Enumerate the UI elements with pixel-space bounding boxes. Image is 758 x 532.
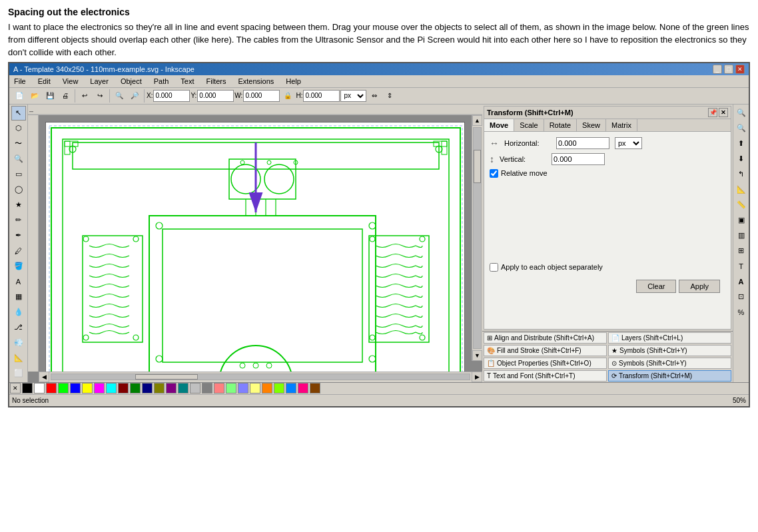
scroll-left-button[interactable]: ◀	[39, 372, 49, 382]
color-swatch-orange[interactable]	[262, 383, 272, 394]
select-tool[interactable]: ↖	[11, 106, 26, 121]
color-swatch-brown[interactable]	[310, 383, 320, 394]
apply-button[interactable]: Apply	[679, 280, 720, 293]
no-color-swatch[interactable]: ✕	[10, 383, 21, 394]
apply-each-checkbox[interactable]	[490, 263, 498, 272]
maximize-button[interactable]: □	[724, 65, 733, 74]
color-swatch-red[interactable]	[46, 383, 57, 394]
scroll-up-button[interactable]: ▲	[472, 115, 482, 126]
lock-icon[interactable]: 🔒	[280, 89, 295, 103]
spray-tool[interactable]: 💨	[11, 336, 26, 350]
zoom-out-button[interactable]: 🔎	[127, 89, 142, 103]
color-swatch-silver[interactable]	[190, 383, 200, 394]
tab-matrix[interactable]: Matrix	[606, 119, 637, 131]
x-coord-input[interactable]	[153, 90, 190, 102]
side-icon-9[interactable]: ▥	[734, 228, 749, 243]
close-button[interactable]: ✕	[735, 65, 745, 74]
side-icon-10[interactable]: ⊞	[734, 244, 749, 258]
layers-panel[interactable]: 📄 Layers (Shift+Ctrl+L)	[608, 332, 731, 344]
color-swatch-navy[interactable]	[142, 383, 153, 394]
color-swatch-green[interactable]	[58, 383, 69, 394]
color-swatch-lightgreen[interactable]	[226, 383, 236, 394]
zoom-in-button[interactable]: 🔍	[112, 89, 127, 103]
fill-stroke-panel[interactable]: 🎨 Fill and Stroke (Shift+Ctrl+F)	[484, 345, 607, 356]
color-swatch-purple[interactable]	[166, 383, 177, 394]
panel-close-button[interactable]: ✕	[719, 108, 728, 117]
calligraphy-tool[interactable]: 🖊	[11, 244, 26, 258]
side-icon-4[interactable]: ⬇	[734, 152, 749, 166]
xml-panel[interactable]: ⊙ Symbols (Shift+Ctrl+Y)	[608, 358, 731, 369]
undo-button[interactable]: ↩	[77, 89, 92, 103]
node-tool[interactable]: ⬡	[11, 121, 26, 136]
color-swatch-teal[interactable]	[178, 383, 189, 394]
menu-filters[interactable]: Filters	[204, 77, 228, 86]
horizontal-unit-select[interactable]: pxmmcmin	[615, 137, 642, 149]
save-button[interactable]: 💾	[43, 89, 57, 103]
menu-path[interactable]: Path	[152, 77, 171, 86]
color-swatch-black[interactable]	[22, 383, 33, 394]
color-swatch-white[interactable]	[34, 383, 45, 394]
text-font-panel[interactable]: T Text and Font (Shift+Ctrl+T)	[484, 370, 607, 382]
side-icon-percent[interactable]: %	[734, 305, 749, 320]
ellipse-tool[interactable]: ◯	[11, 182, 26, 197]
3d-box-tool[interactable]: ⬜	[11, 366, 26, 381]
color-swatch-lightred[interactable]	[214, 383, 224, 394]
side-icon-A[interactable]: A	[734, 274, 749, 289]
color-swatch-lightblue[interactable]	[238, 383, 248, 394]
scroll-track-v[interactable]	[473, 127, 482, 349]
clear-button[interactable]: Clear	[636, 280, 676, 293]
pencil-tool[interactable]: ✏	[11, 213, 26, 228]
side-icon-5[interactable]: ↰	[734, 167, 749, 182]
side-icon-2[interactable]: 🔍	[734, 121, 749, 136]
color-swatch-yellow[interactable]	[82, 383, 93, 394]
menu-text[interactable]: Text	[179, 77, 196, 86]
tab-rotate[interactable]: Rotate	[544, 119, 577, 131]
horizontal-input[interactable]	[556, 137, 609, 149]
flip-h-button[interactable]: ⇔	[367, 89, 382, 103]
minimize-button[interactable]: _	[713, 65, 722, 74]
new-button[interactable]: 📄	[12, 89, 27, 103]
y-coord-input[interactable]	[197, 90, 234, 102]
scroll-right-button[interactable]: ▶	[472, 372, 482, 382]
relative-move-checkbox[interactable]	[490, 169, 498, 178]
color-swatch-gray[interactable]	[202, 383, 212, 394]
transform-panel-bottom[interactable]: ⟳ Transform (Shift+Ctrl+M)	[608, 370, 731, 382]
color-swatch-chartreuse[interactable]	[274, 383, 284, 394]
flip-v-button[interactable]: ⇕	[382, 89, 397, 103]
side-icon-6[interactable]: 📐	[734, 182, 749, 197]
bucket-tool[interactable]: 🪣	[11, 259, 26, 274]
color-swatch-cyan[interactable]	[106, 383, 117, 394]
menu-edit[interactable]: Edit	[36, 77, 53, 86]
panel-pin-button[interactable]: 📌	[708, 108, 717, 117]
color-swatch-lightyellow[interactable]	[250, 383, 260, 394]
dropper-tool[interactable]: 💧	[11, 305, 26, 320]
menu-object[interactable]: Object	[119, 77, 144, 86]
align-distribute-panel[interactable]: ⊞ Align and Distribute (Shift+Ctrl+A)	[484, 332, 607, 344]
side-icon-8[interactable]: ▣	[734, 213, 749, 228]
tab-scale[interactable]: Scale	[514, 119, 544, 131]
gradient-tool[interactable]: ▦	[11, 290, 26, 304]
color-swatch-azure[interactable]	[286, 383, 296, 394]
color-swatch-olive[interactable]	[154, 383, 165, 394]
menu-file[interactable]: File	[12, 77, 28, 86]
vertical-input[interactable]	[552, 153, 605, 165]
text-tool[interactable]: A	[11, 274, 26, 289]
object-properties-panel[interactable]: 📋 Object Properties (Shift+Ctrl+O)	[484, 358, 607, 369]
tab-move[interactable]: Move	[484, 119, 514, 131]
connector-tool[interactable]: ⎇	[11, 320, 26, 335]
color-swatch-darkgreen[interactable]	[130, 383, 141, 394]
rect-tool[interactable]: ▭	[11, 167, 26, 182]
menu-layer[interactable]: Layer	[88, 77, 111, 86]
side-icon-3[interactable]: ⬆	[734, 136, 749, 151]
menu-help[interactable]: Help	[284, 77, 303, 86]
color-swatch-blue[interactable]	[70, 383, 81, 394]
measure-tool[interactable]: 📐	[11, 351, 26, 366]
w-coord-input[interactable]	[243, 90, 280, 102]
scroll-down-button[interactable]: ▼	[472, 350, 482, 361]
side-icon-7[interactable]: 📏	[734, 198, 749, 212]
unit-select[interactable]: pxmmcmin	[340, 90, 366, 102]
tweak-tool[interactable]: 〜	[11, 136, 26, 151]
menu-extensions[interactable]: Extensions	[236, 77, 276, 86]
tab-skew[interactable]: Skew	[577, 119, 606, 131]
star-tool[interactable]: ★	[11, 198, 26, 212]
